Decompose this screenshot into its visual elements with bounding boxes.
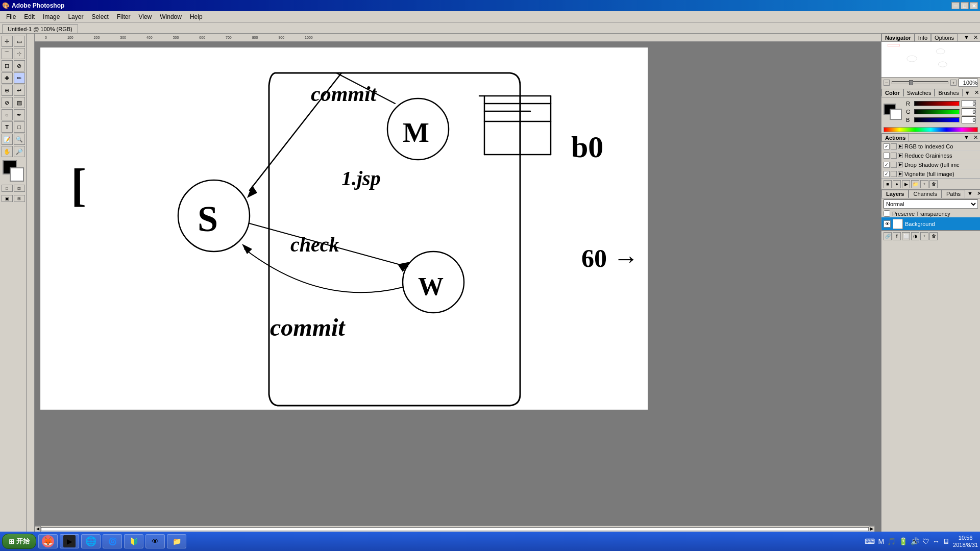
eraser-tool[interactable]: ⊘ <box>2 97 13 108</box>
move-tool[interactable]: ✛ <box>2 36 13 47</box>
layer-delete-button[interactable]: 🗑 <box>929 232 938 240</box>
crop-tool[interactable]: ⊡ <box>2 60 13 71</box>
menu-layer[interactable]: Layer <box>64 12 87 21</box>
magic-wand-tool[interactable]: ⊹ <box>14 48 25 59</box>
fullscreen-mode[interactable]: ⊞ <box>14 195 25 202</box>
shape-tool[interactable]: □ <box>14 121 25 133</box>
channel-b-slider[interactable] <box>914 117 960 122</box>
action-new-set-button[interactable]: 📁 <box>911 180 919 188</box>
history-brush-tool[interactable]: ↩ <box>14 85 25 96</box>
layer-fill-button[interactable]: ◑ <box>911 232 919 240</box>
layer-visibility-eye[interactable]: 👁 <box>884 220 891 228</box>
action-dialog-2[interactable] <box>891 153 897 159</box>
menu-window[interactable]: Window <box>156 12 186 21</box>
action-dialog-4[interactable] <box>891 171 897 177</box>
action-stop-button[interactable]: ■ <box>884 180 892 188</box>
brush-tool[interactable]: ✏ <box>14 72 25 84</box>
channel-b-input[interactable] <box>962 116 976 123</box>
background-color[interactable] <box>10 167 24 182</box>
pen-tool[interactable]: ✒ <box>14 109 25 120</box>
menu-edit[interactable]: Edit <box>20 12 39 21</box>
action-dialog-1[interactable] <box>891 143 897 149</box>
scroll-left[interactable]: ◀ <box>35 526 41 532</box>
action-dialog-3[interactable] <box>891 162 897 168</box>
hand-tool[interactable]: ✋ <box>2 146 13 157</box>
taskbar-ie[interactable]: 🌐 <box>81 534 101 548</box>
screen-mode[interactable]: ▣ <box>2 195 13 202</box>
zoom-in-button[interactable]: + <box>950 80 957 86</box>
menu-view[interactable]: View <box>134 12 156 21</box>
options-tab[interactable]: Options <box>931 34 958 41</box>
menu-file[interactable]: File <box>2 12 20 21</box>
action-expand-2[interactable]: ▶ <box>898 153 903 158</box>
dodge-tool[interactable]: ○ <box>2 109 13 120</box>
action-new-action-button[interactable]: + <box>920 180 928 188</box>
action-check-1[interactable]: ✓ <box>884 143 890 149</box>
color-spectrum[interactable] <box>884 127 978 132</box>
layers-tab[interactable]: Layers <box>881 190 909 198</box>
taskbar-chrome[interactable]: 🌀 <box>103 534 122 548</box>
clone-stamp-tool[interactable]: ⊕ <box>2 85 13 96</box>
preserve-transparency-checkbox[interactable] <box>884 210 890 217</box>
scrollbar-horizontal[interactable]: ◀ ▶ <box>35 525 875 532</box>
color-tab[interactable]: Color <box>881 89 903 96</box>
taskbar-app5[interactable]: 👁 <box>145 534 165 548</box>
channels-tab[interactable]: Channels <box>909 190 941 198</box>
minimize-button[interactable]: ─ <box>951 2 960 9</box>
channel-g-slider[interactable] <box>914 109 960 114</box>
action-expand-3[interactable]: ▶ <box>898 162 903 167</box>
info-tab[interactable]: Info <box>915 34 931 41</box>
channel-g-input[interactable] <box>962 108 976 115</box>
canvas-area[interactable]: ◀ ▶ <box>35 42 881 532</box>
gradient-tool[interactable]: ▧ <box>14 97 25 108</box>
navigator-close[interactable]: ✕ <box>971 34 980 41</box>
maximize-button[interactable]: □ <box>961 2 969 9</box>
zoom-tool[interactable]: 🔎 <box>14 146 25 157</box>
layer-mask-button[interactable]: ⬜ <box>902 232 910 240</box>
navigator-menu[interactable]: ▼ <box>962 34 971 41</box>
zoom-input[interactable]: 100% <box>959 79 978 87</box>
brushes-tab[interactable]: Brushes <box>935 89 962 96</box>
action-check-3[interactable]: ✓ <box>884 162 890 168</box>
menu-filter[interactable]: Filter <box>113 12 135 21</box>
swatches-tab[interactable]: Swatches <box>903 89 935 96</box>
color-menu[interactable]: ▼ <box>963 89 972 96</box>
menu-select[interactable]: Select <box>87 12 112 21</box>
scroll-right[interactable]: ▶ <box>869 526 875 532</box>
action-record-button[interactable]: ● <box>893 180 901 188</box>
channel-r-input[interactable] <box>962 100 976 107</box>
action-delete-button[interactable]: 🗑 <box>929 180 938 188</box>
taskbar-media-player[interactable]: ▶ <box>60 534 79 548</box>
action-play-button[interactable]: ▶ <box>902 180 910 188</box>
text-tool[interactable]: T <box>2 121 13 133</box>
paths-tab[interactable]: Paths <box>942 190 965 198</box>
eyedropper-tool[interactable]: 🔍 <box>14 134 25 145</box>
quick-mask-mode[interactable]: ⊡ <box>14 185 25 192</box>
taskbar-explorer[interactable]: 📁 <box>167 534 186 548</box>
actions-menu[interactable]: ▼ <box>962 134 971 141</box>
lasso-tool[interactable]: ⌒ <box>2 48 13 59</box>
slice-tool[interactable]: ⊘ <box>14 60 25 71</box>
zoom-slider[interactable] <box>892 81 948 84</box>
action-check-4[interactable]: ✓ <box>884 171 890 177</box>
color-close[interactable]: ✕ <box>972 89 980 96</box>
layers-menu[interactable]: ▼ <box>965 190 975 198</box>
actions-close[interactable]: ✕ <box>971 134 980 141</box>
start-button[interactable]: ⊞ 开始 <box>2 534 36 549</box>
action-expand-4[interactable]: ▶ <box>898 171 903 177</box>
close-button[interactable]: ✕ <box>970 2 978 9</box>
layer-background[interactable]: 👁 Background <box>881 217 980 231</box>
channel-r-slider[interactable] <box>914 101 960 106</box>
document-tab[interactable]: Untitled-1 @ 100% (RGB) <box>2 24 78 33</box>
actions-tab[interactable]: Actions <box>881 134 909 141</box>
menu-help[interactable]: Help <box>186 12 207 21</box>
taskbar-app4[interactable]: 🔰 <box>124 534 143 548</box>
bg-color-box[interactable] <box>890 109 902 120</box>
main-canvas[interactable] <box>40 47 648 410</box>
notes-tool[interactable]: 📝 <box>2 134 13 145</box>
layer-link-button[interactable]: 🔗 <box>884 232 892 240</box>
action-expand-1[interactable]: ▶ <box>898 144 903 149</box>
marquee-tool[interactable]: ▭ <box>14 36 25 47</box>
standard-mode[interactable]: □ <box>2 185 13 192</box>
healing-tool[interactable]: ✚ <box>2 72 13 84</box>
